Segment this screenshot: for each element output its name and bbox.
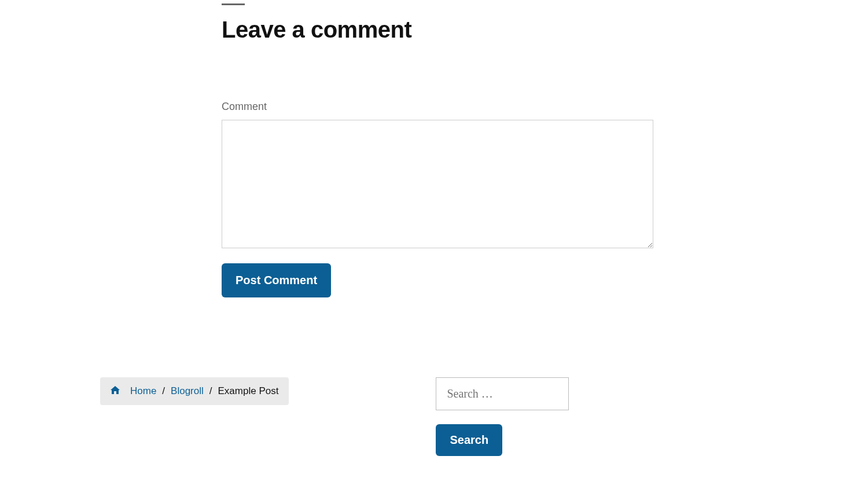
search-input[interactable] bbox=[436, 377, 569, 410]
comment-textarea[interactable] bbox=[222, 120, 653, 248]
breadcrumb-home-link[interactable]: Home bbox=[130, 385, 156, 397]
comment-label: Comment bbox=[222, 101, 653, 113]
post-comment-button[interactable]: Post Comment bbox=[222, 263, 331, 297]
breadcrumb-separator: / bbox=[162, 385, 165, 397]
heading-divider bbox=[222, 3, 245, 5]
breadcrumb: Home / Blogroll / Example Post bbox=[100, 377, 289, 405]
breadcrumb-separator: / bbox=[209, 385, 212, 397]
home-icon[interactable] bbox=[111, 385, 120, 397]
search-button[interactable]: Search bbox=[436, 424, 502, 456]
breadcrumb-current: Example Post bbox=[218, 385, 279, 397]
leave-comment-heading: Leave a comment bbox=[222, 17, 653, 43]
breadcrumb-category-link[interactable]: Blogroll bbox=[171, 385, 204, 397]
